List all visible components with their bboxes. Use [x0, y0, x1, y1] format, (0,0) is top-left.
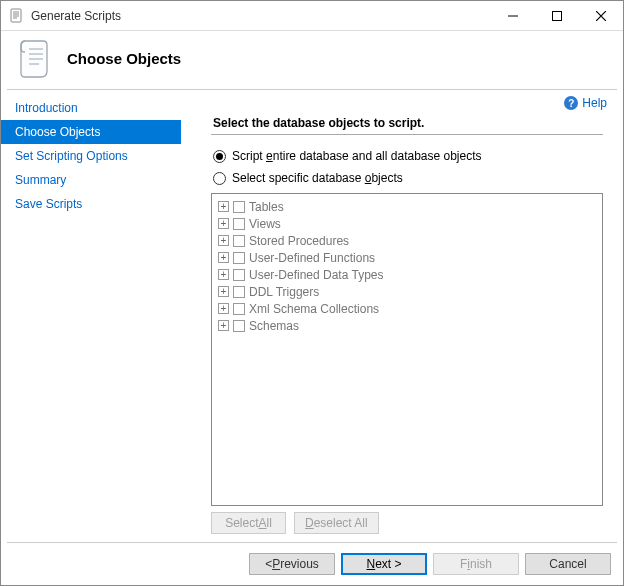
cancel-button[interactable]: Cancel [525, 553, 611, 575]
finish-button: Finish [433, 553, 519, 575]
generate-scripts-window: Generate Scripts Choose Objects Introduc… [0, 0, 624, 586]
titlebar: Generate Scripts [1, 1, 623, 31]
radio-script-entire[interactable]: Script entire database and all database … [213, 149, 613, 163]
checkbox[interactable] [233, 286, 245, 298]
app-icon [9, 8, 25, 24]
checkbox[interactable] [233, 269, 245, 281]
nav-summary[interactable]: Summary [1, 168, 181, 192]
expand-icon[interactable]: + [218, 218, 229, 229]
objects-tree[interactable]: + Tables + Views + Stored Procedures + [211, 193, 603, 506]
expand-icon[interactable]: + [218, 286, 229, 297]
checkbox[interactable] [233, 218, 245, 230]
nav-save-scripts[interactable]: Save Scripts [1, 192, 181, 216]
tree-item-label: Schemas [249, 319, 299, 333]
tree-item-xml-schema[interactable]: + Xml Schema Collections [218, 300, 596, 317]
tree-item-label: Xml Schema Collections [249, 302, 379, 316]
tree-item-tables[interactable]: + Tables [218, 198, 596, 215]
previous-button[interactable]: < Previous [249, 553, 335, 575]
radio-select-specific[interactable]: Select specific database objects [213, 171, 613, 185]
help-link-label: Help [582, 96, 607, 110]
wizard-footer: < Previous Next > Finish Cancel [1, 543, 623, 585]
minimize-icon [508, 11, 518, 21]
radio-icon [213, 172, 226, 185]
tree-item-label: Stored Procedures [249, 234, 349, 248]
tree-item-ddl-triggers[interactable]: + DDL Triggers [218, 283, 596, 300]
expand-icon[interactable]: + [218, 269, 229, 280]
wizard-nav: Introduction Choose Objects Set Scriptin… [1, 90, 181, 540]
next-button[interactable]: Next > [341, 553, 427, 575]
tree-item-label: User-Defined Data Types [249, 268, 384, 282]
wizard-content: ? Help Select the database objects to sc… [181, 90, 623, 540]
maximize-button[interactable] [535, 1, 579, 31]
expand-icon[interactable]: + [218, 320, 229, 331]
checkbox[interactable] [233, 235, 245, 247]
radio-icon [213, 150, 226, 163]
nav-introduction[interactable]: Introduction [1, 96, 181, 120]
help-link[interactable]: ? Help [564, 96, 607, 110]
help-icon: ? [564, 96, 578, 110]
wizard-body: Introduction Choose Objects Set Scriptin… [1, 90, 623, 540]
tree-item-label: DDL Triggers [249, 285, 319, 299]
tree-item-stored-procedures[interactable]: + Stored Procedures [218, 232, 596, 249]
script-icon [19, 37, 53, 79]
expand-icon[interactable]: + [218, 303, 229, 314]
checkbox[interactable] [233, 320, 245, 332]
expand-icon[interactable]: + [218, 235, 229, 246]
section-title: Select the database objects to script. [213, 116, 613, 130]
maximize-icon [552, 11, 562, 21]
page-title: Choose Objects [67, 50, 181, 67]
select-all-button: Select All [211, 512, 286, 534]
window-title: Generate Scripts [31, 9, 121, 23]
checkbox[interactable] [233, 252, 245, 264]
tree-item-udts[interactable]: + User-Defined Data Types [218, 266, 596, 283]
radio-select-specific-label: Select specific database objects [232, 171, 403, 185]
checkbox[interactable] [233, 201, 245, 213]
tree-item-label: User-Defined Functions [249, 251, 375, 265]
nav-set-scripting-options[interactable]: Set Scripting Options [1, 144, 181, 168]
checkbox[interactable] [233, 303, 245, 315]
tree-item-label: Tables [249, 200, 284, 214]
wizard-header: Choose Objects [1, 31, 623, 89]
expand-icon[interactable]: + [218, 201, 229, 212]
radio-script-entire-label: Script entire database and all database … [232, 149, 482, 163]
tree-item-views[interactable]: + Views [218, 215, 596, 232]
section-divider [211, 134, 603, 135]
deselect-all-button: Deselect All [294, 512, 379, 534]
tree-item-label: Views [249, 217, 281, 231]
tree-item-schemas[interactable]: + Schemas [218, 317, 596, 334]
minimize-button[interactable] [491, 1, 535, 31]
tree-item-udfs[interactable]: + User-Defined Functions [218, 249, 596, 266]
expand-icon[interactable]: + [218, 252, 229, 263]
close-button[interactable] [579, 1, 623, 31]
nav-choose-objects[interactable]: Choose Objects [1, 120, 181, 144]
close-icon [596, 11, 606, 21]
svg-rect-1 [553, 11, 562, 20]
